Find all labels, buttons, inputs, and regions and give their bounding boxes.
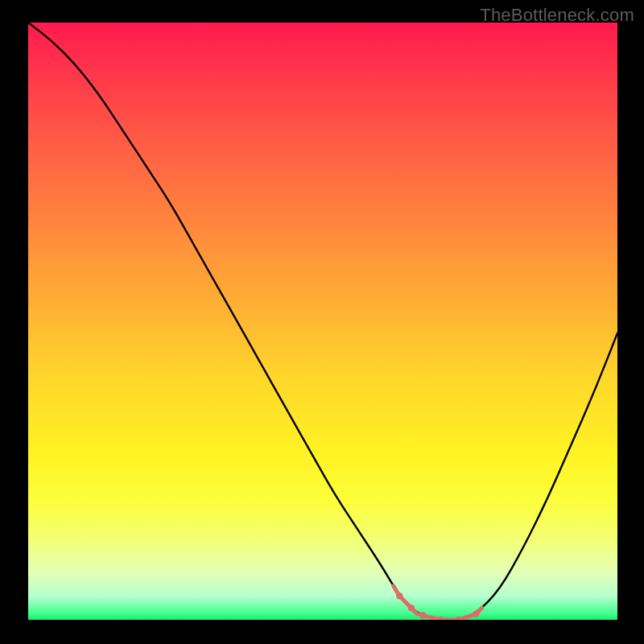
- watermark-text: TheBottleneck.com: [480, 5, 634, 26]
- highlight-dot: [473, 610, 479, 617]
- plot-area: [28, 23, 617, 620]
- chart-frame: TheBottleneck.com: [0, 0, 644, 644]
- highlight-dot: [408, 605, 415, 611]
- bottleneck-curve: [28, 23, 617, 620]
- curve-layer: [28, 23, 617, 620]
- highlight-dot: [396, 592, 402, 599]
- curve-highlight: [394, 586, 482, 620]
- highlight-dot: [419, 612, 426, 618]
- highlight-dot: [437, 617, 444, 620]
